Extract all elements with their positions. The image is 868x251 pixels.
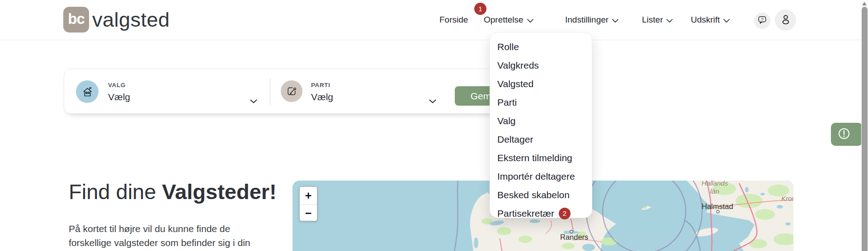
menu-item-deltager[interactable]: Deltager: [490, 130, 592, 149]
page-title-bold: Valgsteder!: [162, 180, 276, 204]
scrollbar-up-arrow[interactable]: [862, 2, 867, 5]
chevron-down-icon: [250, 97, 257, 105]
menu-item-valgsted[interactable]: Valgsted: [490, 74, 592, 93]
nav-label: Forside: [439, 15, 468, 25]
profile-button[interactable]: [775, 9, 796, 31]
parti-select[interactable]: PARTI Vælg: [311, 79, 440, 105]
edit-pen-icon: [281, 80, 302, 102]
menu-item-rolle[interactable]: Rolle: [490, 37, 592, 56]
map-label-lan: län: [710, 187, 719, 195]
top-navbar: bc valgsted Forside 1 Oprettelse Indstil…: [0, 0, 868, 40]
nav-item-oprettelse[interactable]: 1 Oprettelse: [484, 14, 533, 26]
map-label-hallands-lan: Hallands: [702, 181, 728, 187]
notice-button[interactable]: [831, 123, 863, 146]
filter-card: VALG Vælg PARTI Vælg Gem: [64, 69, 515, 114]
intro-paragraph: På kortet til højre vil du kunne finde d…: [69, 222, 281, 250]
scrollbar[interactable]: [861, 0, 868, 251]
logo[interactable]: bc valgsted: [63, 7, 170, 33]
notification-badge: 2: [559, 208, 571, 219]
nav-label: Lister: [642, 15, 663, 25]
menu-item-parti[interactable]: Parti: [490, 93, 592, 112]
page-title: Find dineValgsteder!: [69, 180, 277, 204]
polling-house-icon: [76, 80, 99, 103]
intro-paragraph-line1: På kortet til højre vil du kunne finde d…: [69, 222, 281, 236]
oprettelse-dropdown-menu: Rolle Valgkreds Valgsted Parti Valg Delt…: [490, 33, 592, 218]
nav-item-indstillinger[interactable]: Indstillinger: [565, 14, 618, 26]
alert-circle-icon: [837, 126, 851, 142]
speech-bubble-question-icon: ?: [757, 15, 767, 27]
help-button[interactable]: ?: [754, 13, 770, 29]
map-label-halmstad: Halmstad: [702, 202, 733, 210]
menu-item-importer-deltagere[interactable]: Importér deltagere: [490, 167, 592, 186]
nav-item-udskrift[interactable]: Udskrift: [691, 14, 730, 26]
map-zoom-in-button[interactable]: +: [300, 187, 317, 204]
notification-badge: 1: [474, 3, 486, 15]
menu-item-besked-skabelon[interactable]: Besked skabelon: [490, 186, 592, 204]
valg-select-label: VALG: [108, 82, 262, 88]
logo-mark: bc: [63, 7, 89, 33]
nav-item-forside[interactable]: Forside: [439, 14, 468, 26]
nav-label: Indstillinger: [565, 15, 609, 25]
nav-label: Udskrift: [691, 15, 720, 25]
page: Hallands län Kron Halmstad Randers + − F…: [0, 0, 868, 251]
chevron-down-icon: [429, 97, 436, 105]
valg-select-value: Vælg: [108, 92, 262, 102]
chevron-down-icon: [527, 15, 533, 25]
menu-item-partisekretaer[interactable]: Partisekretær 2: [490, 204, 592, 223]
page-title-light: Find dine: [69, 180, 156, 204]
menu-item-ekstern-tilmelding[interactable]: Ekstern tilmelding: [490, 149, 592, 167]
map-zoom-control: + −: [299, 186, 317, 221]
valg-select[interactable]: VALG Vælg: [108, 79, 262, 105]
chevron-down-icon: [723, 15, 730, 25]
parti-select-value: Vælg: [311, 92, 440, 102]
person-icon: [780, 14, 792, 27]
logo-name: valgsted: [92, 9, 170, 30]
parti-select-label: PARTI: [311, 82, 440, 88]
map-zoom-out-button[interactable]: −: [300, 205, 317, 221]
map-marker-halmstad: [717, 210, 719, 213]
card-divider: [270, 79, 270, 105]
nav-item-lister[interactable]: Lister: [642, 14, 673, 26]
nav-label: Oprettelse: [484, 15, 524, 25]
chevron-down-icon: [666, 15, 673, 25]
scrollbar-thumb[interactable]: [862, 7, 868, 251]
menu-item-label: Partisekretær: [497, 208, 554, 219]
map-label-kronoberg-partial: Kron: [781, 195, 793, 202]
chevron-down-icon: [612, 15, 618, 25]
intro-paragraph-line2: forskellige valgsteder som befinder sig …: [69, 236, 281, 250]
menu-item-valgkreds[interactable]: Valgkreds: [490, 56, 592, 74]
map-label-randers: Randers: [560, 233, 588, 241]
svg-text:?: ?: [761, 17, 763, 22]
menu-item-valg[interactable]: Valg: [490, 112, 592, 130]
